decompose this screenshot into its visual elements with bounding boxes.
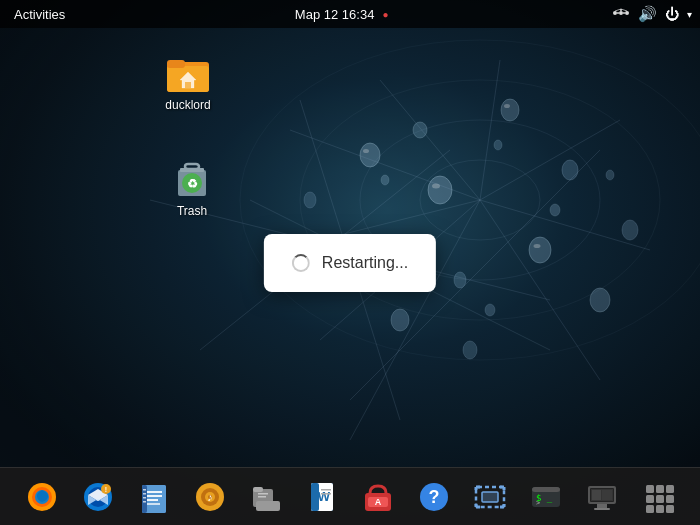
svg-rect-126: [656, 505, 664, 513]
calendar-label[interactable]: Map 12 16:34: [295, 7, 375, 22]
svg-point-21: [501, 99, 519, 121]
svg-text:?: ?: [429, 487, 440, 507]
svg-rect-75: [143, 493, 146, 495]
ducklord-folder-image: [164, 46, 212, 94]
svg-rect-70: [146, 495, 162, 497]
topbar-left: Activities: [8, 5, 71, 24]
svg-rect-86: [258, 493, 268, 495]
svg-rect-121: [656, 485, 664, 493]
svg-rect-110: [532, 487, 560, 492]
svg-rect-74: [143, 489, 146, 491]
svg-point-28: [428, 176, 452, 204]
svg-point-36: [485, 304, 495, 316]
topbar: Activities Map 12 16:34 ● �: [0, 0, 700, 28]
svg-rect-100: [482, 492, 498, 502]
svg-point-43: [619, 11, 623, 15]
svg-rect-116: [592, 490, 601, 500]
svg-point-33: [494, 140, 502, 150]
svg-point-34: [550, 204, 560, 216]
svg-point-40: [504, 104, 510, 108]
svg-rect-52: [167, 60, 185, 68]
svg-text:W: W: [318, 489, 331, 504]
svg-point-19: [360, 143, 380, 167]
svg-rect-118: [597, 504, 607, 508]
svg-point-20: [413, 122, 427, 138]
taskbar-show-apps[interactable]: [632, 472, 684, 522]
restart-spinner: [292, 254, 310, 272]
svg-text:!: !: [105, 486, 107, 493]
recording-dot: ●: [382, 9, 388, 20]
taskbar-monitor[interactable]: [576, 472, 628, 522]
volume-icon[interactable]: 🔊: [638, 5, 657, 23]
svg-line-48: [615, 9, 621, 11]
svg-rect-87: [258, 496, 266, 498]
ducklord-label: ducklord: [165, 98, 210, 112]
svg-point-42: [613, 11, 617, 15]
trash-folder-image: ♻: [168, 152, 216, 200]
svg-point-22: [562, 160, 578, 180]
taskbar-software-center[interactable]: A: [352, 472, 404, 522]
taskbar-thunderbird[interactable]: !: [72, 472, 124, 522]
svg-point-44: [625, 11, 629, 15]
svg-point-23: [529, 237, 551, 263]
taskbar-terminal[interactable]: $ _ >: [520, 472, 572, 522]
svg-point-31: [463, 341, 477, 359]
svg-rect-84: [253, 487, 263, 492]
activities-button[interactable]: Activities: [8, 5, 71, 24]
taskbar-firefox[interactable]: [16, 472, 68, 522]
svg-rect-54: [185, 82, 191, 88]
svg-point-29: [622, 220, 638, 240]
taskbar-help[interactable]: ?: [408, 472, 460, 522]
svg-point-38: [363, 149, 369, 153]
svg-rect-127: [666, 495, 674, 503]
svg-point-32: [381, 175, 389, 185]
svg-point-27: [590, 288, 610, 312]
trash-label: Trash: [177, 204, 207, 218]
taskbar: !: [0, 467, 700, 525]
svg-rect-128: [666, 505, 674, 513]
svg-text:A: A: [375, 497, 382, 507]
svg-rect-129: [666, 485, 674, 493]
network-icon[interactable]: [612, 6, 630, 23]
taskbar-files[interactable]: [240, 472, 292, 522]
power-icon[interactable]: ⏻: [665, 6, 679, 22]
svg-point-30: [304, 192, 316, 208]
svg-rect-72: [146, 503, 160, 505]
svg-rect-77: [143, 501, 146, 503]
desktop: Activities Map 12 16:34 ● �: [0, 0, 700, 525]
system-menu-arrow[interactable]: ▾: [687, 9, 692, 20]
svg-text:♪: ♪: [207, 491, 213, 503]
svg-rect-117: [602, 490, 612, 500]
svg-line-49: [621, 9, 627, 11]
svg-rect-71: [146, 499, 158, 501]
ducklord-icon[interactable]: ducklord: [148, 42, 228, 116]
svg-point-39: [432, 184, 440, 189]
trash-icon[interactable]: ♻ Trash: [152, 148, 232, 222]
svg-point-25: [391, 309, 409, 331]
svg-rect-120: [646, 485, 654, 493]
taskbar-writer[interactable]: W: [296, 472, 348, 522]
svg-text:♻: ♻: [187, 177, 198, 191]
svg-rect-93: [321, 493, 331, 495]
taskbar-rhythmbox[interactable]: ♪: [184, 472, 236, 522]
taskbar-screenshot[interactable]: [464, 472, 516, 522]
topbar-center: Map 12 16:34 ●: [295, 7, 389, 22]
svg-rect-69: [146, 491, 162, 493]
svg-point-41: [534, 244, 541, 248]
svg-rect-124: [656, 495, 664, 503]
svg-text:>: >: [536, 499, 540, 507]
svg-rect-76: [143, 497, 146, 499]
svg-point-37: [606, 170, 614, 180]
topbar-right: 🔊 ⏻ ▾: [612, 5, 692, 23]
taskbar-notes[interactable]: [128, 472, 180, 522]
svg-rect-85: [256, 501, 280, 511]
svg-rect-57: [185, 164, 199, 169]
svg-rect-119: [594, 508, 610, 510]
svg-rect-123: [646, 495, 654, 503]
restart-text: Restarting...: [322, 254, 408, 272]
svg-point-24: [454, 272, 466, 288]
restart-dialog: Restarting...: [264, 234, 436, 292]
svg-rect-125: [646, 505, 654, 513]
svg-rect-92: [321, 489, 331, 491]
